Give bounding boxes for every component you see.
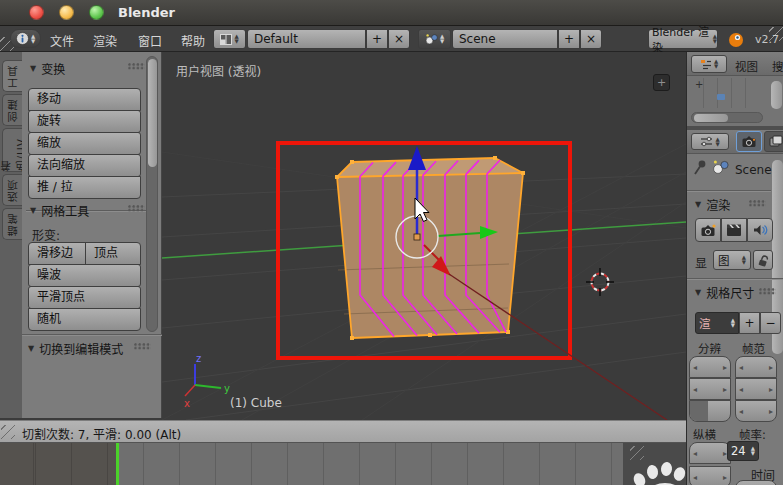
timeline-playhead[interactable] [116, 443, 119, 485]
arrow-right-icon[interactable]: ▸ [769, 385, 773, 394]
layout-add-button[interactable]: + [366, 29, 388, 49]
arrow-left-icon[interactable]: ◂ [693, 473, 697, 482]
arrow-right-icon[interactable]: ▸ [723, 363, 727, 372]
arrow-left-icon[interactable]: ◂ [739, 363, 743, 372]
tab-shading-uv[interactable]: 着色/UV [2, 128, 22, 172]
properties-tab-render[interactable] [736, 131, 762, 152]
tool-button-translate[interactable]: 移动 [28, 88, 141, 111]
window-close-button[interactable] [29, 5, 44, 20]
tool-button-scale[interactable]: 缩放 [28, 132, 141, 155]
layout-name-field[interactable]: Default [247, 29, 366, 49]
frame-end-stepper[interactable]: ◂▸ [735, 378, 777, 400]
outliner-vscrollbar[interactable] [771, 81, 782, 109]
panel-grip[interactable] [749, 200, 766, 207]
cube-mesh[interactable] [335, 156, 525, 340]
outliner-tree[interactable]: + [687, 76, 783, 126]
window-minimize-button[interactable] [59, 5, 74, 20]
arrow-right-icon[interactable]: ▸ [723, 473, 727, 482]
menu-window[interactable]: 窗口 [138, 32, 162, 49]
preset-remove-button[interactable]: − [760, 312, 781, 334]
gizmo-z-arrow[interactable] [408, 146, 426, 170]
render-animation-button[interactable] [721, 218, 747, 242]
tool-button-push-pull[interactable]: 推 / 拉 [28, 176, 141, 199]
tool-button-slide-edge[interactable]: 滑移边 [28, 242, 86, 265]
panel-grip[interactable] [128, 63, 145, 70]
arrow-right-icon[interactable]: ▸ [769, 407, 773, 416]
panel-header-transform[interactable]: ▼ 变换 [30, 60, 65, 77]
tool-button-randomize[interactable]: 随机 [28, 308, 141, 331]
tab-create[interactable]: 创建 [2, 94, 22, 126]
scene-dropdown[interactable]: ▲▼ [418, 29, 451, 49]
menu-file[interactable]: 文件 [50, 32, 74, 49]
screen-layout-dropdown[interactable]: ▲▼ [213, 29, 246, 49]
frame-start-stepper[interactable]: ◂▸ [735, 356, 777, 378]
outliner-editor-type-dropdown[interactable]: ▲▼ [691, 55, 727, 73]
tool-button-shrink-fatten[interactable]: 法向缩放 [28, 154, 141, 177]
arrow-right-icon[interactable]: ▸ [769, 363, 773, 372]
resolution-x-stepper[interactable]: ◂▸ [689, 356, 731, 378]
resolution-percentage-slider[interactable] [689, 400, 731, 422]
panel-header-mesh-tools[interactable]: ▼ 网格工具 [30, 202, 89, 219]
3d-viewport-canvas[interactable]: z y x [162, 52, 686, 420]
arrow-left-icon[interactable]: ◂ [693, 449, 697, 458]
render-still-button[interactable] [695, 218, 721, 242]
3d-viewport[interactable]: z y x 用户视图 (透视) (1) Cube + [162, 52, 686, 420]
timeline-editor[interactable] [0, 443, 686, 485]
layout-delete-button[interactable]: × [388, 29, 410, 49]
panel-header-edit-mode[interactable]: ▼ 切换到编辑模式 [28, 340, 123, 357]
editor-type-info-dropdown[interactable]: ▲▼ [10, 29, 41, 48]
scene-delete-button[interactable]: × [580, 29, 602, 49]
header-corner-grip[interactable] [769, 27, 783, 41]
3d-cursor[interactable] [586, 268, 614, 296]
tool-button-slide-vertex[interactable]: 顶点 [85, 242, 141, 265]
tool-button-smooth-vertex[interactable]: 平滑顶点 [28, 286, 141, 309]
frame-rate-dropdown[interactable]: 24 ▲▼ [727, 441, 759, 461]
panel-grip[interactable] [134, 343, 151, 350]
arrow-left-icon[interactable]: ◂ [739, 407, 743, 416]
scene-add-button[interactable]: + [558, 29, 580, 49]
pin-icon[interactable] [692, 159, 708, 177]
aspect-x-stepper[interactable]: ◂▸ [689, 442, 731, 464]
frame-step-stepper[interactable]: ◂▸ [735, 400, 777, 422]
region-expand-button[interactable]: + [653, 74, 670, 91]
arrow-left-icon[interactable]: ◂ [739, 385, 743, 394]
lock-interface-button[interactable] [753, 250, 773, 270]
render-audio-button[interactable] [747, 218, 773, 242]
collapse-arrow-icon: ▼ [695, 288, 701, 297]
time-remap-stepper[interactable]: ◂▸ [735, 480, 777, 485]
properties-editor-type-dropdown[interactable]: ▲▼ [691, 133, 729, 150]
tool-button-noise[interactable]: 噪波 [28, 264, 141, 287]
outliner-view-menu[interactable]: 视图 [735, 58, 758, 74]
tree-expand-icon[interactable]: + [695, 79, 703, 90]
render-presets-dropdown[interactable]: 渲 ▲▼ [695, 312, 739, 334]
panel-header-dimensions[interactable]: ▼ 规格尺寸 [695, 284, 754, 301]
arrow-right-icon[interactable]: ▸ [723, 385, 727, 394]
resolution-y-stepper[interactable]: ◂▸ [689, 378, 731, 400]
display-mode-dropdown[interactable]: 图 ▲▼ [713, 250, 751, 270]
preset-add-button[interactable]: + [739, 312, 760, 334]
menu-render[interactable]: 渲染 [93, 32, 117, 49]
outliner-hscrollbar[interactable] [691, 112, 763, 123]
outliner-search-menu[interactable]: 搜 [772, 58, 783, 74]
aspect-y-stepper[interactable]: ◂▸ [689, 466, 731, 485]
render-engine-dropdown[interactable]: Blender 渲染 ▲▼ [648, 29, 718, 49]
panel-grip[interactable] [759, 288, 776, 295]
panel-header-render[interactable]: ▼ 渲染 [695, 196, 730, 213]
panel-grip[interactable] [128, 205, 145, 212]
scene-name-field[interactable]: Scene [452, 29, 558, 49]
arrow-left-icon[interactable]: ◂ [693, 363, 697, 372]
window-zoom-button[interactable] [89, 5, 104, 20]
tab-grease-pencil[interactable]: 蜡笔 [2, 208, 22, 240]
menu-help[interactable]: 帮助 [181, 32, 205, 49]
scrollbar-thumb[interactable] [148, 59, 157, 167]
scrollbar-thumb[interactable] [694, 114, 728, 122]
area-corner-grip[interactable] [1, 425, 15, 439]
tab-tools[interactable]: 工具 [2, 60, 22, 92]
tool-shelf-scrollbar[interactable] [146, 56, 158, 332]
arrow-left-icon[interactable]: ◂ [693, 385, 697, 394]
tool-button-rotate[interactable]: 旋转 [28, 110, 141, 133]
properties-tab-render-layers[interactable] [764, 131, 783, 152]
gizmo-center[interactable] [414, 234, 420, 240]
area-corner-grip[interactable] [630, 446, 644, 460]
tab-options[interactable]: 选项 [2, 174, 22, 206]
